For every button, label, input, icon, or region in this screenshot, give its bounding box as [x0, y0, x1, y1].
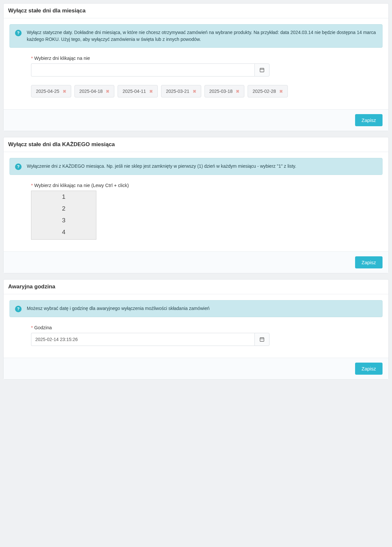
panel-body: ? Wyłączenie dni z KAŻDEGO miesiąca. Np.… [4, 152, 388, 251]
close-icon[interactable]: ✖ [106, 89, 109, 94]
panel-header: Awaryjna godzina [4, 280, 388, 294]
field-label: *Wybierz dni klikając na nie (Lewy Ctrl … [31, 183, 383, 188]
panel-body: ? Wyłącz statyczne daty. Dokładne dni mi… [4, 18, 388, 109]
date-tag: 2025-04-25✖ [31, 85, 71, 97]
date-input-group [31, 63, 270, 77]
calendar-button[interactable] [254, 333, 270, 346]
calendar-icon [259, 337, 265, 342]
panel-disable-every-month-days: Wyłącz stałe dni dla KAŻDEGO miesiąca ? … [3, 137, 389, 273]
date-tag: 2025-03-18✖ [204, 85, 245, 97]
panel-footer: Zapisz [4, 358, 388, 379]
panel-title: Wyłącz stałe dni dla KAŻDEGO miesiąca [8, 141, 384, 148]
help-icon: ? [15, 163, 22, 170]
help-icon: ? [15, 306, 22, 312]
list-item[interactable]: 3 [31, 214, 96, 226]
form-group-days: *Wybierz dni klikając na nie (Lewy Ctrl … [31, 183, 383, 240]
required-mark: * [31, 56, 33, 61]
panel-title: Awaryjna godzina [8, 283, 384, 290]
list-item[interactable]: 1 [31, 191, 96, 203]
close-icon[interactable]: ✖ [149, 89, 153, 94]
list-item[interactable]: 2 [31, 203, 96, 214]
close-icon[interactable]: ✖ [279, 89, 283, 94]
panel-title: Wyłącz stałe dni dla miesiąca [8, 8, 384, 14]
save-button[interactable]: Zapisz [355, 363, 383, 375]
list-item[interactable]: 4 [31, 226, 96, 238]
date-tag: 2025-04-11✖ [118, 85, 158, 97]
save-button[interactable]: Zapisz [355, 256, 383, 268]
close-icon[interactable]: ✖ [193, 89, 196, 94]
svg-rect-4 [260, 338, 264, 341]
help-icon: ? [15, 30, 22, 36]
form-group-dates: *Wybierz dni klikając na nie 2025-04-25✖… [31, 56, 383, 97]
field-label: *Wybierz dni klikając na nie [31, 56, 383, 61]
required-mark: * [31, 325, 33, 330]
info-box: ? Możesz wybrać datę i godzinę dla awary… [9, 300, 383, 317]
datetime-input[interactable] [31, 333, 254, 346]
close-icon[interactable]: ✖ [63, 89, 66, 94]
panel-header: Wyłącz stałe dni dla miesiąca [4, 4, 388, 18]
date-tag: 2025-04-18✖ [74, 85, 115, 97]
field-label: *Godzina [31, 325, 383, 330]
panel-header: Wyłącz stałe dni dla KAŻDEGO miesiąca [4, 137, 388, 152]
calendar-button[interactable] [254, 63, 270, 77]
days-multi-select[interactable]: 1 2 3 4 [31, 191, 96, 240]
panel-disable-month-days: Wyłącz stałe dni dla miesiąca ? Wyłącz s… [3, 3, 389, 131]
date-tag: 2025-02-28✖ [248, 85, 288, 97]
save-button[interactable]: Zapisz [355, 114, 383, 126]
date-input[interactable] [31, 63, 254, 77]
date-tag: 2025-03-21✖ [161, 85, 201, 97]
info-text: Możesz wybrać datę i godzinę dla awaryjn… [27, 305, 377, 312]
calendar-icon [259, 67, 265, 73]
info-box: ? Wyłącz statyczne daty. Dokładne dni mi… [9, 24, 383, 48]
panel-emergency-hour: Awaryjna godzina ? Możesz wybrać datę i … [3, 279, 389, 380]
form-group-hour: *Godzina [31, 325, 383, 346]
close-icon[interactable]: ✖ [236, 89, 239, 94]
panel-footer: Zapisz [4, 109, 388, 131]
selected-dates-row: 2025-04-25✖ 2025-04-18✖ 2025-04-11✖ 2025… [31, 85, 383, 97]
info-text: Wyłącz statyczne daty. Dokładne dni mies… [27, 29, 377, 43]
info-box: ? Wyłączenie dni z KAŻDEGO miesiąca. Np.… [9, 158, 383, 175]
svg-rect-0 [260, 68, 264, 72]
panel-footer: Zapisz [4, 251, 388, 273]
datetime-input-group [31, 333, 270, 346]
required-mark: * [31, 183, 33, 188]
info-text: Wyłączenie dni z KAŻDEGO miesiąca. Np. j… [27, 163, 377, 170]
panel-body: ? Możesz wybrać datę i godzinę dla awary… [4, 294, 388, 358]
